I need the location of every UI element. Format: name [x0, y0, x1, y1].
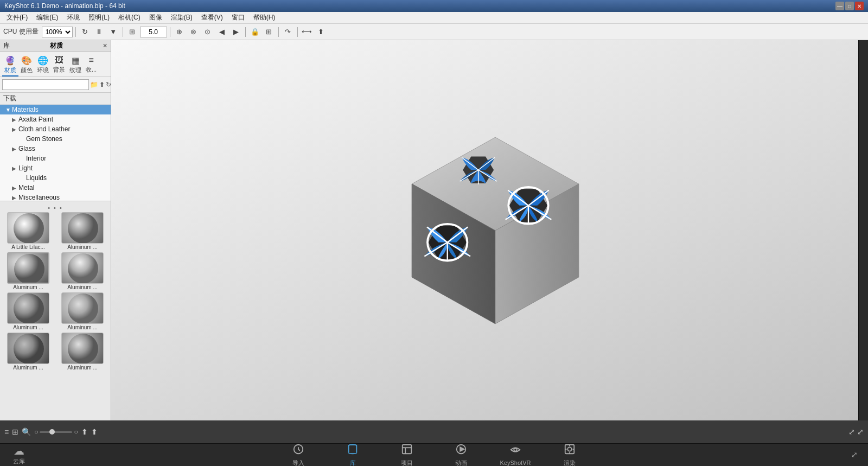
project-icon: [401, 443, 413, 458]
cpu-label: CPU 使用量: [3, 27, 39, 36]
slider-plus: ○: [74, 428, 78, 436]
list-item[interactable]: Aluminum ...: [2, 252, 54, 290]
material-grid: A Little Lilac... Aluminum ... Aluminum …: [2, 212, 108, 371]
toolbar-pause-btn[interactable]: ⏸: [93, 26, 106, 38]
toolbar-export-btn[interactable]: ⬆: [315, 26, 328, 38]
search-refresh-btn[interactable]: ↻: [106, 79, 111, 90]
tree-item-metal[interactable]: ▶ Metal: [0, 183, 111, 193]
tree-item-glass[interactable]: ▶ Glass: [0, 144, 111, 154]
toolbar-grid-btn[interactable]: ⊞: [126, 26, 139, 38]
nav-library[interactable]: 库: [326, 444, 380, 467]
expander-misc: ▶: [12, 195, 18, 201]
toolbar-lock-btn[interactable]: 🔒: [248, 26, 261, 38]
keyshotvr-icon: [509, 444, 521, 458]
expand-btn-1[interactable]: ⤢: [848, 427, 855, 436]
nav-import[interactable]: 导入: [271, 444, 326, 467]
menu-window[interactable]: 窗口: [227, 12, 249, 23]
bottom-share-btn[interactable]: ⬆: [91, 427, 98, 436]
panel-close-btn[interactable]: ✕: [103, 42, 107, 49]
material-thumb-5: [61, 292, 104, 324]
nav-keyshotvr[interactable]: KeyShotVR: [488, 444, 542, 467]
toolbar-zoom-in-btn[interactable]: ⊕: [173, 26, 186, 38]
slider-track[interactable]: [40, 431, 72, 433]
panel-left-tab[interactable]: 库: [3, 41, 10, 50]
material-label-1: Aluminum ...: [67, 244, 98, 250]
cloud-icon: ☁: [14, 444, 24, 457]
toolbar-zoom-out-btn[interactable]: ⊗: [187, 26, 200, 38]
list-item[interactable]: Aluminum ...: [56, 212, 108, 250]
toolbar-down-btn[interactable]: ▼: [107, 26, 120, 38]
tree-item-liquids[interactable]: Liquids: [0, 173, 111, 183]
toolbar-sync-btn[interactable]: ↻: [79, 26, 92, 38]
bottom-menu-btn[interactable]: ≡: [4, 427, 9, 436]
nav-render[interactable]: 渲染: [542, 444, 597, 467]
menu-env[interactable]: 环境: [62, 12, 84, 23]
animation-icon: [455, 443, 467, 458]
nav-animation-label: 动画: [455, 459, 467, 467]
tree-item-materials[interactable]: ▼ Materials: [0, 105, 111, 114]
menu-light[interactable]: 照明(L): [84, 12, 114, 23]
nav-left-cloud[interactable]: ☁ 云库: [0, 443, 38, 466]
close-button[interactable]: ✕: [855, 2, 864, 10]
minimize-button[interactable]: —: [835, 2, 844, 10]
nav-project[interactable]: 项目: [380, 444, 434, 467]
expander-axalta: ▶: [12, 117, 18, 123]
list-item[interactable]: A Little Lilac...: [2, 212, 54, 250]
menu-camera[interactable]: 相机(C): [114, 12, 145, 23]
nav-keyshotvr-label: KeyShotVR: [500, 459, 531, 466]
list-item[interactable]: Aluminum ...: [56, 252, 108, 290]
tab-env[interactable]: 🌐 环境: [35, 54, 51, 76]
toolbar-measure-btn[interactable]: ⟷: [301, 26, 314, 38]
viewport[interactable]: [111, 40, 858, 420]
svg-marker-37: [460, 447, 464, 451]
toolbar-prev-btn[interactable]: ◀: [215, 26, 228, 38]
material-label-6: Aluminum ...: [13, 365, 43, 371]
toolbar-fit-btn[interactable]: ⊙: [201, 26, 214, 38]
list-item[interactable]: Aluminum ...: [56, 292, 108, 330]
tree-item-cloth[interactable]: ▶ Cloth and Leather: [0, 124, 111, 134]
search-bar: 📁 ⬆ ↻: [0, 77, 111, 93]
menu-render[interactable]: 渲染(B): [167, 12, 197, 23]
nav-project-label: 项目: [401, 459, 413, 467]
search-input[interactable]: [2, 79, 89, 90]
menu-image[interactable]: 图像: [145, 12, 167, 23]
more-button[interactable]: • • •: [2, 203, 108, 212]
svg-point-40: [567, 447, 571, 451]
menu-edit[interactable]: 编辑(E): [32, 12, 62, 23]
maximize-button[interactable]: □: [845, 2, 854, 10]
menu-file[interactable]: 文件(F): [2, 12, 32, 23]
tab-material[interactable]: 🔮 材质: [2, 54, 18, 76]
bottom-upload-btn[interactable]: ⬆: [81, 427, 88, 436]
tree-header[interactable]: 下载: [0, 93, 111, 105]
nav-animation[interactable]: 动画: [434, 444, 488, 467]
list-item[interactable]: Aluminum ...: [2, 333, 54, 371]
toolbar: CPU 使用量 100% 75% 50% ↻ ⏸ ▼ ⊞ ⊕ ⊗ ⊙ ◀ ▶ 🔒…: [0, 24, 868, 40]
color-icon: 🎨: [21, 55, 32, 66]
toolbar-next-btn[interactable]: ▶: [229, 26, 242, 38]
toolbar-frame-btn[interactable]: ⊞: [263, 26, 276, 38]
tab-bg[interactable]: 🖼 背景: [51, 54, 67, 76]
list-item[interactable]: Aluminum ...: [2, 292, 54, 330]
menu-help[interactable]: 帮助(H): [249, 12, 280, 23]
expand-btn-2[interactable]: ⤢: [857, 427, 864, 436]
cpu-select[interactable]: 100% 75% 50%: [42, 27, 73, 37]
nav-right-expand[interactable]: ⤢: [841, 443, 868, 466]
menu-view[interactable]: 查看(V): [197, 12, 227, 23]
tab-more[interactable]: ≡ 收...: [84, 54, 99, 76]
left-panel: 库 材质 ✕ 🔮 材质 🎨 颜色 🌐 环境 🖼 背景: [0, 40, 111, 420]
svg-point-38: [514, 448, 517, 451]
list-item[interactable]: Aluminum ...: [56, 333, 108, 371]
tree-item-axalta[interactable]: ▶ Axalta Paint: [0, 114, 111, 124]
tab-texture[interactable]: ▦ 纹理: [67, 54, 84, 76]
toolbar-value-input[interactable]: [140, 27, 167, 37]
bottom-zoom-btn[interactable]: 🔍: [22, 427, 31, 436]
toolbar-rotate-btn[interactable]: ↷: [282, 26, 295, 38]
search-upload-btn[interactable]: ⬆: [99, 79, 105, 90]
bottom-grid-btn[interactable]: ⊞: [12, 427, 18, 436]
tab-color[interactable]: 🎨 颜色: [18, 54, 35, 76]
tree-item-light[interactable]: ▶ Light: [0, 163, 111, 173]
tree-item-interior[interactable]: Interior: [0, 154, 111, 163]
tree-item-gem[interactable]: Gem Stones: [0, 134, 111, 144]
tree-item-misc[interactable]: ▶ Miscellaneous: [0, 193, 111, 201]
search-folder-btn[interactable]: 📁: [90, 79, 98, 90]
